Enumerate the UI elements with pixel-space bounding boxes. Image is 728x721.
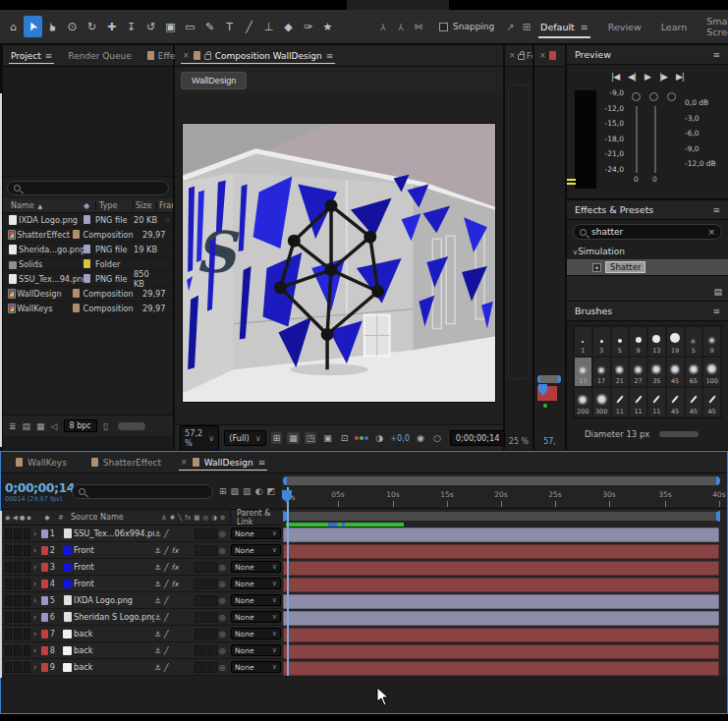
layer-name[interactable]: back: [74, 662, 154, 672]
shy-switch[interactable]: ⚓: [154, 596, 161, 605]
layer-duration-bar[interactable]: [283, 594, 719, 609]
layer-label-chip[interactable]: [41, 563, 48, 572]
quality-switch[interactable]: ╱: [164, 596, 169, 605]
solo-switch[interactable]: [14, 662, 21, 673]
expand-arrow-icon[interactable]: ›: [30, 563, 39, 572]
switch-cell[interactable]: [210, 528, 217, 539]
last-frame-button[interactable]: ▶|: [676, 72, 684, 82]
composition-viewport[interactable]: S: [182, 123, 496, 403]
workspace-tab[interactable]: Learn≡: [651, 10, 698, 43]
timeline-timecode[interactable]: 0;00;00;14: [5, 480, 66, 495]
column-label-icon[interactable]: ◆: [84, 201, 95, 210]
label-chip[interactable]: [84, 215, 90, 224]
layer-name[interactable]: back: [74, 645, 154, 655]
project-item-row[interactable]: ShatterEffect Composition 29,97∴: [3, 228, 173, 243]
layer-name[interactable]: Front: [74, 579, 154, 588]
collapse-icon[interactable]: ✱: [170, 514, 175, 522]
parent-dropdown[interactable]: None∨: [231, 644, 281, 656]
quality-icon[interactable]: ╲: [178, 514, 182, 522]
pixel-aspect-icon[interactable]: ⊡: [339, 432, 351, 444]
solo-switch[interactable]: [14, 645, 21, 656]
layer-duration-bar[interactable]: [283, 527, 719, 542]
switch-cell[interactable]: [210, 595, 217, 606]
mini-scrollbar[interactable]: [537, 375, 561, 383]
layer-name[interactable]: SSU_Tex...06x994.png: [74, 528, 154, 538]
clear-search-icon[interactable]: ×: [707, 227, 715, 237]
rect-tool[interactable]: ▭: [181, 16, 199, 37]
project-item-row[interactable]: WallDesign Composition 29,97∴: [3, 287, 173, 302]
switch-cell[interactable]: [210, 629, 217, 639]
close-icon[interactable]: ×: [509, 51, 516, 60]
audio-slider[interactable]: [636, 106, 638, 173]
roto-brush-tool[interactable]: ✑: [299, 16, 317, 37]
exposure-value[interactable]: +0,0: [390, 433, 410, 443]
layer-row[interactable]: › 3 Front ⚓ ╱ fx ◎ No: [1, 559, 281, 576]
show-snapshot-icon[interactable]: ○: [431, 432, 443, 444]
motion-blur-icon[interactable]: ◐: [255, 486, 263, 496]
brush-diameter-slider[interactable]: [659, 431, 699, 437]
brush-preset[interactable]: 3: [592, 326, 611, 357]
label-chip[interactable]: [73, 289, 80, 298]
label-column-icon[interactable]: ◆: [36, 514, 58, 522]
expand-arrow-icon[interactable]: ›: [30, 580, 39, 588]
shy-switch[interactable]: ⚓: [154, 646, 161, 655]
brush-preset[interactable]: 5: [611, 326, 630, 357]
column-name[interactable]: Name▲: [3, 201, 84, 210]
panel-menu-icon[interactable]: ≡: [712, 50, 720, 60]
expand-arrow-icon[interactable]: ›: [30, 546, 39, 555]
new-comp-icon[interactable]: ▦: [36, 421, 45, 431]
transparency-grid-icon[interactable]: ▦: [287, 432, 300, 444]
panel-menu-icon[interactable]: ≡: [712, 306, 720, 316]
shy-switch[interactable]: ⚓: [154, 546, 161, 555]
shy-switch[interactable]: ⚓: [154, 580, 161, 588]
layer-label-chip[interactable]: [41, 630, 48, 638]
switch-cell[interactable]: [202, 528, 209, 539]
brush-preset[interactable]: 19: [666, 326, 685, 357]
brush-preset[interactable]: 27: [629, 357, 647, 387]
layer-row[interactable]: › 2 Front ⚓ ╱ fx ◎ No: [1, 542, 281, 559]
view-axis-icon[interactable]: ⋈: [412, 22, 425, 31]
solo-switch[interactable]: [14, 595, 21, 606]
layer-duration-bar[interactable]: [283, 628, 719, 642]
pan-behind-tool[interactable]: ✚: [102, 16, 121, 37]
dolly-tool[interactable]: ↧: [122, 16, 140, 37]
layer-row[interactable]: › 9 back ⚓ ╱ fx ◎ Non: [1, 659, 281, 676]
shy-switch[interactable]: ⚓: [154, 663, 161, 672]
brush-preset[interactable]: 45: [702, 387, 721, 417]
panel-menu-icon[interactable]: ≡: [258, 458, 266, 468]
switch-cell[interactable]: [210, 662, 217, 673]
project-item-row[interactable]: SSU_Tex...94.png PNG file 850 KB ∴: [3, 272, 173, 287]
quality-switch[interactable]: ╱: [164, 580, 169, 588]
brush-preset[interactable]: 45: [666, 357, 685, 387]
brush-preset[interactable]: 35: [647, 357, 666, 387]
video-switch[interactable]: [5, 579, 12, 589]
new-folder-icon[interactable]: ▤: [23, 421, 31, 431]
layer-duration-bar[interactable]: [283, 544, 719, 559]
brush-preset[interactable]: 13: [647, 326, 666, 357]
pickwhip-icon[interactable]: ◎: [219, 630, 231, 638]
pickwhip-icon[interactable]: ◎: [219, 580, 231, 588]
column-size[interactable]: Size: [133, 201, 156, 210]
snap-link-icon[interactable]: ↗: [506, 22, 514, 32]
footer-slider[interactable]: [118, 422, 145, 430]
pickwhip-icon[interactable]: ◎: [219, 529, 231, 538]
layer-label-chip[interactable]: [41, 596, 48, 605]
layer-row[interactable]: › 8 back ⚓ ╱ fx ◎ Non: [1, 642, 281, 659]
next-frame-button[interactable]: |▶: [659, 72, 667, 82]
fx-col-icon[interactable]: fx: [185, 514, 191, 522]
prev-frame-button[interactable]: ◀|: [628, 72, 636, 82]
brush-preset[interactable]: 65: [685, 357, 703, 387]
work-area-bar[interactable]: [283, 511, 720, 522]
workspace-tab[interactable]: Default≡: [531, 10, 598, 43]
switch-cell[interactable]: [210, 545, 217, 556]
footage-zoom-value[interactable]: 25 %: [505, 437, 532, 446]
layer-name[interactable]: Front: [74, 545, 154, 555]
lock-switch[interactable]: [24, 545, 30, 556]
switch-cell[interactable]: [210, 562, 217, 573]
quality-switch[interactable]: ╱: [164, 546, 169, 555]
quality-switch[interactable]: ╱: [164, 646, 169, 655]
solo-switch[interactable]: [14, 629, 21, 639]
brush-preset[interactable]: 11: [611, 387, 630, 417]
switch-cell[interactable]: [210, 612, 217, 623]
timeline-tab[interactable]: WallKeys ≡: [1, 452, 77, 472]
